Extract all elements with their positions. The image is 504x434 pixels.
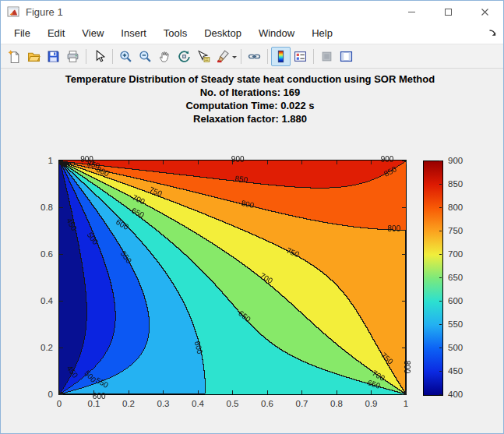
x-tick-label: 0.1 <box>88 399 100 408</box>
x-tick-mark <box>163 390 164 394</box>
title-line-2: No. of Iterations: 169 <box>1 86 499 99</box>
colorbar-tick-mark <box>439 161 442 161</box>
y-tick-mark <box>59 161 63 161</box>
x-tick-mark <box>371 390 372 394</box>
zoom-in-icon[interactable] <box>116 47 136 66</box>
contour-level-label: 900 <box>231 154 245 163</box>
title-line-1: Temperature Distribution of Steady state… <box>1 72 499 86</box>
menu-item-file[interactable]: File <box>5 24 39 42</box>
y-tick-label: 0 <box>26 390 53 399</box>
new-figure-icon[interactable] <box>5 47 24 66</box>
y-tick-mark <box>402 207 406 208</box>
toolbar-separator <box>241 49 241 64</box>
title-line-3: Computation Time: 0.022 s <box>1 99 499 112</box>
colorbar-tick-mark <box>439 324 442 325</box>
matlab-figure-window: Figure 1 FileEditViewInsertToolsDesktopW… <box>0 0 504 434</box>
dock-figure-arrow-icon[interactable] <box>488 29 497 38</box>
contour-level-label: 800 <box>403 361 411 374</box>
menu-item-tools[interactable]: Tools <box>155 24 196 42</box>
y-tick-mark <box>59 301 63 302</box>
y-tick-label: 0.4 <box>26 296 53 305</box>
contour-level-label: 850 <box>234 174 248 184</box>
x-tick-label: 0.4 <box>192 399 204 408</box>
colorbar-tick-mark <box>439 277 442 278</box>
toolbar-separator <box>313 49 314 64</box>
show-plot-tools-icon[interactable] <box>337 47 356 66</box>
menu-item-view[interactable]: View <box>73 24 112 42</box>
data-cursor-icon[interactable] <box>194 47 213 66</box>
toolbar-separator <box>86 49 86 64</box>
contour-level-label: 600 <box>93 391 106 400</box>
x-tick-mark <box>371 161 372 164</box>
colorbar <box>423 161 443 396</box>
maximize-icon[interactable] <box>430 1 467 23</box>
link-plot-icon[interactable] <box>245 47 264 66</box>
y-tick-label: 1 <box>26 156 53 165</box>
window-title: Figure 1 <box>26 6 63 18</box>
colorbar-tick-label: 800 <box>448 203 463 212</box>
y-tick-mark <box>402 254 406 255</box>
x-tick-mark <box>129 390 129 394</box>
toolbar-separator <box>112 49 113 64</box>
colorbar-tick-label: 900 <box>448 156 463 165</box>
x-tick-mark <box>129 161 129 164</box>
x-tick-mark <box>267 390 268 394</box>
close-icon[interactable] <box>467 1 503 23</box>
menu-item-edit[interactable]: Edit <box>39 24 73 42</box>
open-file-icon[interactable] <box>24 47 44 66</box>
brush-data-icon[interactable] <box>213 47 233 66</box>
y-tick-mark <box>59 348 63 348</box>
colorbar-tick-mark <box>439 394 442 395</box>
y-tick-mark <box>402 394 406 395</box>
x-tick-label: 0.8 <box>330 399 343 408</box>
matlab-figure-icon <box>7 5 19 18</box>
menu-bar: FileEditViewInsertToolsDesktopWindowHelp <box>1 23 503 44</box>
edit-plot-pointer-icon[interactable] <box>90 47 109 66</box>
brush-dropdown-caret-icon[interactable] <box>231 49 238 63</box>
contour-level-label: 900 <box>381 154 394 163</box>
colorbar-tick-mark <box>439 207 442 208</box>
y-tick-mark <box>402 301 406 302</box>
contour-plot[interactable] <box>58 160 407 395</box>
save-figure-icon[interactable] <box>44 47 63 66</box>
y-tick-label: 0.6 <box>26 249 53 259</box>
colorbar-tick-label: 750 <box>448 226 463 235</box>
insert-legend-icon[interactable] <box>291 47 310 66</box>
colorbar-tick-label: 500 <box>448 343 463 352</box>
menu-item-desktop[interactable]: Desktop <box>196 24 250 42</box>
print-figure-icon[interactable] <box>63 47 83 66</box>
axes-title: Temperature Distribution of Steady state… <box>1 72 499 125</box>
colorbar-tick-mark <box>439 301 442 302</box>
colorbar-tick-mark <box>439 184 442 185</box>
x-tick-mark <box>232 390 233 394</box>
menu-item-help[interactable]: Help <box>303 24 341 42</box>
pan-hand-icon[interactable] <box>155 47 174 66</box>
menu-item-window[interactable]: Window <box>250 24 303 42</box>
colorbar-tick-mark <box>439 348 442 348</box>
x-tick-mark <box>337 161 337 164</box>
figure-toolbar <box>1 44 503 69</box>
x-tick-label: 0.6 <box>261 399 273 408</box>
minimize-icon[interactable] <box>393 1 430 23</box>
x-tick-label: 1 <box>404 399 408 408</box>
y-tick-mark <box>402 161 406 161</box>
rotate-3d-icon[interactable] <box>174 47 194 66</box>
title-bar: Figure 1 <box>1 1 503 23</box>
colorbar-tick-label: 450 <box>448 366 463 376</box>
menu-item-insert[interactable]: Insert <box>112 24 155 42</box>
colorbar-tick-label: 550 <box>448 319 463 329</box>
x-tick-mark <box>163 161 164 164</box>
x-tick-mark <box>198 390 199 394</box>
x-tick-label: 0.9 <box>365 399 378 408</box>
x-tick-mark <box>406 161 407 164</box>
x-tick-label: 0.2 <box>122 399 135 408</box>
colorbar-tick-label: 600 <box>448 296 463 305</box>
x-tick-mark <box>267 161 268 164</box>
zoom-out-icon[interactable] <box>136 47 155 66</box>
x-tick-mark <box>198 161 199 164</box>
x-tick-mark <box>337 390 337 394</box>
hide-plot-tools-icon <box>317 47 337 66</box>
colorbar-tick-label: 650 <box>448 273 463 282</box>
insert-colorbar-icon[interactable] <box>271 47 291 66</box>
colorbar-tick-mark <box>439 254 442 255</box>
